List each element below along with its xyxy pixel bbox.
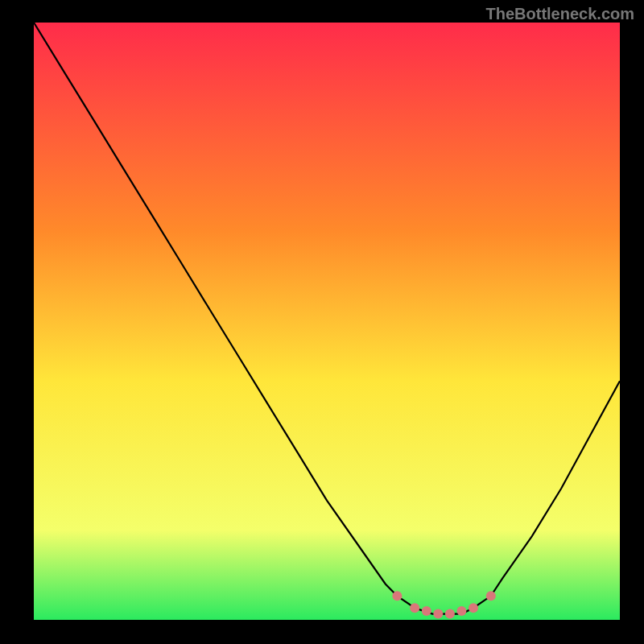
marker-dot [456, 606, 466, 616]
gradient-background [34, 23, 620, 620]
marker-dot [410, 603, 419, 613]
bottleneck-chart [34, 23, 620, 620]
chart-svg [34, 23, 620, 620]
marker-dot [469, 603, 478, 613]
marker-dot [422, 606, 431, 616]
marker-dot [445, 609, 455, 619]
attribution-text: TheBottleneck.com [486, 5, 634, 23]
marker-dot [433, 609, 443, 619]
marker-dot [392, 591, 402, 601]
marker-dot [486, 591, 496, 601]
